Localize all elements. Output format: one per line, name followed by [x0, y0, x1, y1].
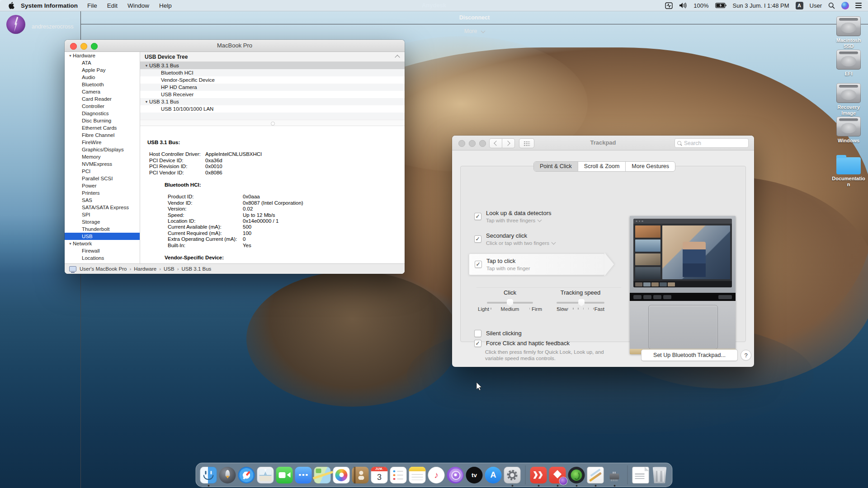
collapse-chevron-icon[interactable]	[395, 55, 400, 60]
checkbox-secondary-click[interactable]	[474, 235, 481, 243]
sidebar-item-graphics-displays[interactable]: Graphics/Displays	[65, 146, 140, 153]
tree-row-bluetooth-hci[interactable]: Bluetooth HCI	[140, 69, 405, 76]
desktop-icon-recovery-image[interactable]: Recovery Image	[831, 83, 866, 116]
menu-bar-clock[interactable]: Sun 3 Jum. I 1:48 PM	[733, 2, 789, 9]
sidebar-item-usb[interactable]: USB	[65, 233, 140, 240]
tree-row-usb-10-100-1000-lan[interactable]: USB 10/100/1000 LAN	[140, 105, 405, 113]
sidebar-item-firewire[interactable]: FireWire	[65, 139, 140, 146]
window-titlebar[interactable]: Trackpad	[452, 136, 754, 150]
sidebar-item-thunderbolt[interactable]: Thunderbolt	[65, 225, 140, 233]
dock-icon-finder[interactable]	[200, 467, 217, 483]
checkbox-look-up-data-detectors[interactable]	[474, 213, 481, 220]
disclosure-triangle-icon[interactable]: ▼	[68, 240, 73, 248]
pane-splitter[interactable]	[140, 120, 405, 126]
sidebar-item-diagnostics[interactable]: Diagnostics	[65, 110, 140, 117]
dock-icon-messages[interactable]	[295, 467, 312, 483]
desktop-icon-macintosh-ssd[interactable]: Macintosh SSD	[831, 16, 866, 49]
sidebar-item-firewall[interactable]: Firewall	[65, 247, 140, 254]
gesture-setting[interactable]: Click or tap with two fingers	[486, 240, 555, 246]
search-input[interactable]	[683, 140, 746, 147]
gesture-setting[interactable]: Tap with one finger	[486, 266, 530, 271]
dock-icon-document[interactable]	[632, 467, 649, 483]
dock-icon-app-store[interactable]	[485, 467, 502, 483]
sidebar-item-storage[interactable]: Storage	[65, 218, 140, 225]
activity-monitor-icon[interactable]	[665, 2, 673, 9]
option-row-silent-clicking[interactable]: Silent clicking	[474, 330, 522, 337]
tracking-slider-thumb[interactable]	[578, 299, 585, 306]
menu-help[interactable]: Help	[154, 2, 177, 9]
click-pressure-slider[interactable]	[487, 302, 533, 304]
checkbox-silent-clicking[interactable]	[474, 330, 481, 337]
dock-icon-contacts[interactable]	[352, 467, 369, 483]
gesture-row-secondary-click[interactable]: Secondary clickClick or tap with two fin…	[474, 232, 610, 246]
sidebar-item-memory[interactable]: Memory	[65, 153, 140, 160]
tree-row-usb-receiver[interactable]: USB Receiver	[140, 91, 405, 98]
notification-center-icon[interactable]	[855, 3, 862, 8]
sidebar-item-spi[interactable]: SPI	[65, 211, 140, 218]
volume-icon[interactable]	[679, 2, 687, 9]
battery-icon[interactable]	[715, 3, 726, 8]
sidebar-item-bluetooth[interactable]: Bluetooth	[65, 81, 140, 88]
dock-icon-tv[interactable]: tv	[466, 467, 483, 483]
sidebar-item-locations[interactable]: Locations	[65, 254, 140, 262]
disclosure-triangle-icon[interactable]: ▼	[144, 62, 149, 70]
usb-device-tree-header[interactable]: USB Device Tree	[140, 52, 405, 62]
click-slider-thumb[interactable]	[507, 299, 513, 306]
dock-icon-mail[interactable]	[257, 467, 274, 483]
window-titlebar[interactable]: MacBook Pro	[65, 40, 405, 52]
menu-window[interactable]: Window	[123, 2, 154, 9]
disclosure-triangle-icon[interactable]: ▼	[68, 52, 73, 60]
dock-icon-music[interactable]	[428, 467, 445, 483]
disconnect-button[interactable]: Disconnect	[81, 11, 868, 24]
sidebar-item-pci[interactable]: PCI	[65, 168, 140, 175]
menu-edit[interactable]: Edit	[102, 2, 123, 9]
tree-row-hp-hd-camera[interactable]: HP HD Camera	[140, 84, 405, 91]
tree-row-usb-3-1-bus[interactable]: ▼USB 3.1 Bus	[140, 62, 405, 69]
tab-more-gestures[interactable]: More Gestures	[626, 162, 675, 171]
dock-icon-system-tool[interactable]	[606, 467, 623, 483]
active-app-name[interactable]: System Information	[21, 2, 78, 9]
dock-icon-maps[interactable]	[314, 467, 331, 483]
sidebar-item-sata-sata-express[interactable]: SATA/SATA Express	[65, 204, 140, 211]
search-field[interactable]	[675, 138, 749, 148]
sidebar-item-ata[interactable]: ATA	[65, 59, 140, 66]
dock-icon-install-assistant[interactable]	[587, 467, 604, 483]
gesture-row-look-up-data-detectors[interactable]: Look up & data detectorsTap with three f…	[474, 210, 610, 223]
dock-icon-photos[interactable]	[333, 467, 350, 483]
desktop-icon-efi[interactable]: EFI	[831, 50, 866, 77]
desktop-icon-documentation[interactable]: Documentation	[831, 155, 866, 187]
option-row-force-click-and-haptic-feedback[interactable]: Force Click and haptic feedback	[474, 340, 570, 347]
tree-row-usb-3-1-bus[interactable]: ▼USB 3.1 Bus	[140, 98, 405, 105]
tracking-speed-slider[interactable]	[557, 302, 604, 304]
tree-row-vendor-specific-device[interactable]: Vendor-Specific Device	[140, 76, 405, 84]
desktop-icon-windows[interactable]: Windows	[831, 117, 866, 144]
dock-icon-notes[interactable]	[409, 467, 426, 483]
dock-icon-anydesk-session[interactable]	[549, 467, 566, 483]
siri-icon[interactable]	[841, 2, 849, 9]
sidebar-item-network[interactable]: ▼Network	[65, 240, 140, 247]
sidebar-item-controller[interactable]: Controller	[65, 103, 140, 110]
dock-icon-trash[interactable]	[651, 467, 668, 483]
sidebar-item-hardware[interactable]: ▼Hardware	[65, 52, 140, 59]
spotlight-search-icon[interactable]	[828, 2, 835, 9]
input-source-icon[interactable]: A	[796, 2, 803, 9]
gesture-setting[interactable]: Tap with three fingers	[486, 218, 552, 223]
checkbox-force-click-and-haptic-feedback[interactable]	[474, 340, 481, 347]
dock-icon-launchpad[interactable]	[219, 467, 236, 483]
apple-menu-icon[interactable]	[6, 2, 16, 9]
dock-icon-anydesk[interactable]	[530, 467, 547, 483]
disclosure-triangle-icon[interactable]: ▼	[144, 99, 149, 106]
sidebar-item-audio[interactable]: Audio	[65, 74, 140, 81]
checkbox-tap-to-click[interactable]	[475, 261, 482, 268]
sidebar-item-camera[interactable]: Camera	[65, 88, 140, 95]
sidebar-item-sas[interactable]: SAS	[65, 197, 140, 204]
dock-icon-safari[interactable]	[238, 467, 255, 483]
sidebar-item-card-reader[interactable]: Card Reader	[65, 95, 140, 103]
breadcrumb-segment[interactable]: USB 3.1 Bus	[182, 266, 212, 272]
sidebar-item-ethernet-cards[interactable]: Ethernet Cards	[65, 124, 140, 131]
dock-icon-reminders[interactable]	[390, 467, 407, 483]
dock-icon-system-preferences[interactable]	[504, 467, 521, 483]
setup-bluetooth-trackpad-button[interactable]: Set Up Bluetooth Trackpad...	[641, 349, 738, 361]
dock-icon-facetime[interactable]	[276, 467, 293, 483]
sidebar-item-nvmexpress[interactable]: NVMExpress	[65, 160, 140, 168]
